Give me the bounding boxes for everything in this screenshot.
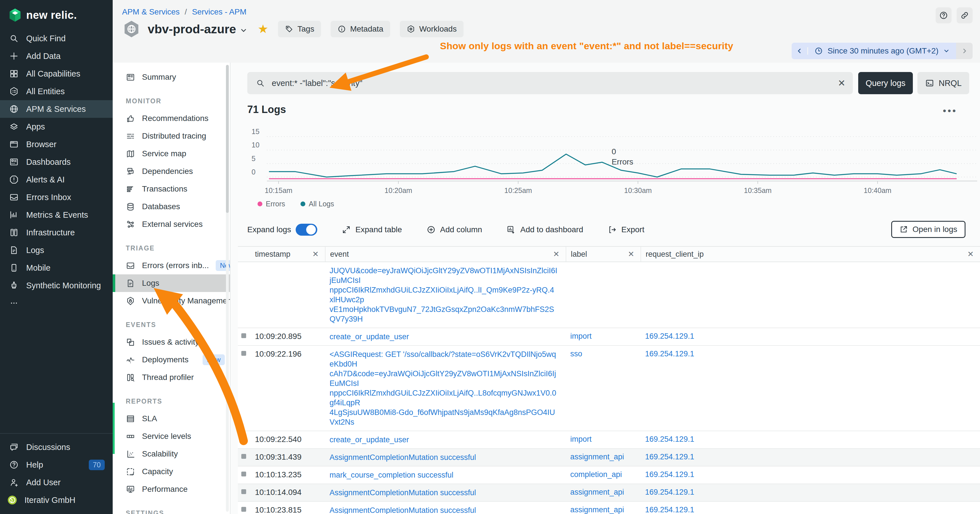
help-circle-button[interactable] xyxy=(935,7,951,23)
table-row[interactable]: JUQVU&code=eyJraWQiOiJjcGltY29yZV8wOTI1M… xyxy=(238,262,980,328)
sidebar-item-synthetic-monitoring[interactable]: Synthetic Monitoring xyxy=(0,277,113,294)
log-event-link[interactable]: AssignmentCompletionMutation successful xyxy=(325,449,566,466)
favorite-star-icon[interactable]: ★ xyxy=(258,23,269,35)
cell-label-link[interactable]: import xyxy=(566,328,641,345)
query-logs-button[interactable]: Query logs xyxy=(858,72,913,94)
cell-request-client-ip-link[interactable]: 169.254.129.1 xyxy=(641,346,980,431)
cell-label-link[interactable]: completion_api xyxy=(566,466,641,484)
table-row[interactable]: 10:10:23.815AssignmentCompletionMutation… xyxy=(238,502,980,514)
sidebar-item-infrastructure[interactable]: Infrastructure xyxy=(0,224,113,241)
clear-query-icon[interactable]: ✕ xyxy=(838,78,845,89)
cell-label-link[interactable]: assignment_api xyxy=(566,449,641,466)
subnav-item-databases[interactable]: Databases xyxy=(113,198,230,215)
new-relic-logo[interactable]: new relic. xyxy=(0,0,113,30)
subnav-item-service-map[interactable]: Service map xyxy=(113,145,230,162)
sidebar-item-alerts-ai[interactable]: Alerts & AI xyxy=(0,171,113,188)
time-forward-button[interactable] xyxy=(956,43,973,59)
sidebar-item-apm-services[interactable]: APM & Services xyxy=(0,100,113,118)
subnav-item-issues-activity[interactable]: Issues & activity xyxy=(113,333,230,351)
cell-label-link[interactable]: assignment_api xyxy=(566,502,641,514)
sidebar-item-all-entities[interactable]: All Entities xyxy=(0,83,113,100)
remove-column-icon[interactable]: ✕ xyxy=(967,250,974,259)
remove-column-icon[interactable]: ✕ xyxy=(312,250,319,259)
log-query-bar[interactable]: event:* -"label":"security" ✕ xyxy=(247,72,853,94)
log-event-link[interactable]: JUQVU&code=eyJraWQiOiJjcGltY29yZV8wOTI1M… xyxy=(325,262,566,328)
tags-button[interactable]: Tags xyxy=(278,21,321,37)
table-row[interactable]: 10:09:22.196<ASGIRequest: GET '/sso/call… xyxy=(238,346,980,431)
add-to-dashboard-button[interactable]: Add to dashboard xyxy=(506,225,583,234)
table-row[interactable]: 10:09:20.895create_or_update_userimport1… xyxy=(238,328,980,346)
subnav-item-recommendations[interactable]: Recommendations xyxy=(113,110,230,127)
log-event-link[interactable]: AssignmentCompletionMutation successful xyxy=(325,484,566,501)
subnav-item-capacity[interactable]: Capacity xyxy=(113,463,230,481)
sidebar-item-iterativ-gmbh[interactable]: Iterativ GmbH xyxy=(0,491,113,509)
export-button[interactable]: Export xyxy=(608,225,644,234)
sidebar-item-discussions[interactable]: Discussions xyxy=(0,438,113,456)
sidebar-item-add-user[interactable]: Add User xyxy=(0,474,113,491)
table-row[interactable]: 10:10:14.094AssignmentCompletionMutation… xyxy=(238,484,980,502)
sidebar-item-logs[interactable]: Logs xyxy=(0,241,113,259)
subnav-item-service-levels[interactable]: Service levels xyxy=(113,428,230,445)
row-checkbox[interactable] xyxy=(241,489,246,494)
copy-link-button[interactable] xyxy=(957,7,973,23)
legend-item-errors[interactable]: Errors xyxy=(258,200,285,208)
cell-request-client-ip-link[interactable]: 169.254.129.1 xyxy=(641,328,980,345)
log-event-link[interactable]: mark_course_completion successful xyxy=(325,466,566,484)
sidebar-item-apps[interactable]: Apps xyxy=(0,118,113,135)
sidebar-item-browser[interactable]: Browser xyxy=(0,135,113,153)
subnav-item-transactions[interactable]: Transactions xyxy=(113,180,230,198)
sidebar-item-add-data[interactable]: Add Data xyxy=(0,47,113,65)
sidebar-item-errors-inbox[interactable]: Errors Inbox xyxy=(0,188,113,206)
entity-chevron-down-icon[interactable] xyxy=(240,27,248,35)
nrql-button[interactable]: NRQL xyxy=(917,72,969,94)
row-checkbox[interactable] xyxy=(241,333,246,338)
cell-label-link[interactable] xyxy=(566,262,641,328)
sidebar-item-quick-find[interactable]: Quick Find xyxy=(0,30,113,47)
table-row[interactable]: 10:10:13.235mark_course_completion succe… xyxy=(238,466,980,484)
cell-request-client-ip-link[interactable] xyxy=(641,262,980,328)
cell-label-link[interactable]: assignment_api xyxy=(566,484,641,501)
cell-request-client-ip-link[interactable]: 169.254.129.1 xyxy=(641,449,980,466)
time-back-button[interactable] xyxy=(792,47,808,55)
row-checkbox[interactable] xyxy=(241,351,246,356)
expand-logs-toggle[interactable] xyxy=(296,224,317,236)
row-checkbox[interactable] xyxy=(241,454,246,459)
cell-request-client-ip-link[interactable]: 169.254.129.1 xyxy=(641,502,980,514)
breadcrumb-services-apm[interactable]: Services - APM xyxy=(192,7,247,16)
sidebar-item-all-capabilities[interactable]: All Capabilities xyxy=(0,65,113,83)
add-column-button[interactable]: Add column xyxy=(426,225,482,234)
workloads-button[interactable]: Workloads xyxy=(400,21,463,37)
subnav-item-scalability[interactable]: Scalability xyxy=(113,445,230,463)
row-checkbox[interactable] xyxy=(241,507,246,512)
table-row[interactable]: 10:09:22.540create_or_update_userimport1… xyxy=(238,431,980,449)
subnav-item-external-services[interactable]: External services xyxy=(113,215,230,233)
log-event-link[interactable]: create_or_update_user xyxy=(325,328,566,345)
log-event-link[interactable]: <ASGIRequest: GET '/sso/callback/?state=… xyxy=(325,346,566,431)
open-in-logs-button[interactable]: Open in logs xyxy=(891,221,966,238)
expand-table-button[interactable]: Expand table xyxy=(342,225,402,234)
cell-request-client-ip-link[interactable]: 169.254.129.1 xyxy=(641,431,980,448)
cell-request-client-ip-link[interactable]: 169.254.129.1 xyxy=(641,466,980,484)
subnav-item-logs[interactable]: Logs xyxy=(113,274,230,292)
subnav-item-sla[interactable]: SLA xyxy=(113,410,230,428)
cell-request-client-ip-link[interactable]: 169.254.129.1 xyxy=(641,484,980,501)
log-event-link[interactable]: create_or_update_user xyxy=(325,431,566,448)
row-checkbox[interactable] xyxy=(241,472,246,476)
subnav-item-dependencies[interactable]: Dependencies xyxy=(113,162,230,180)
log-query-input[interactable]: event:* -"label":"security" xyxy=(272,78,362,88)
subnav-item-vulnerability-management[interactable]: Vulnerability Management xyxy=(113,292,230,310)
subnav-item-distributed-tracing[interactable]: Distributed tracing xyxy=(113,127,230,145)
subnav-scrollbar-thumb[interactable] xyxy=(226,65,229,213)
legend-item-all-logs[interactable]: All Logs xyxy=(301,200,334,208)
subnav-item-errors-errors-inb[interactable]: Errors (errors inb...New xyxy=(113,257,230,274)
remove-column-icon[interactable]: ✕ xyxy=(628,250,634,259)
sidebar-item-help[interactable]: Help70 xyxy=(0,456,113,474)
sidebar-item-dashboards[interactable]: Dashboards xyxy=(0,153,113,171)
subnav-item-performance[interactable]: Performance xyxy=(113,481,230,498)
table-row[interactable]: 10:09:31.439AssignmentCompletionMutation… xyxy=(238,449,980,466)
time-range-selector[interactable]: Since 30 minutes ago (GMT+2) xyxy=(808,46,956,56)
metadata-button[interactable]: Metadata xyxy=(331,21,390,37)
remove-column-icon[interactable]: ✕ xyxy=(553,250,560,259)
log-event-link[interactable]: AssignmentCompletionMutation successful xyxy=(325,502,566,514)
subnav-item-deployments[interactable]: DeploymentsNew xyxy=(113,351,230,369)
